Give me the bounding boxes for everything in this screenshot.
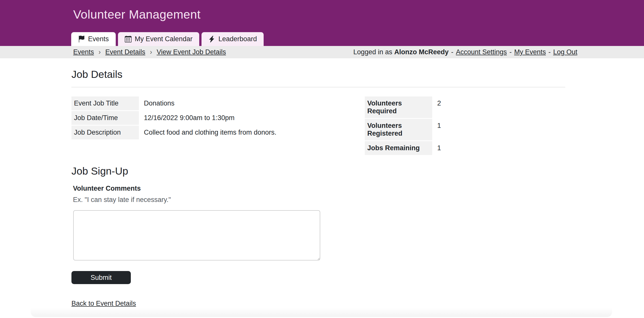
volunteer-comments-label: Volunteer Comments (73, 185, 565, 192)
job-details-table: Event Job Title Donations Job Date/Time … (71, 96, 348, 156)
calendar-icon (125, 36, 132, 42)
row-value: 1 (432, 119, 441, 140)
separator: - (509, 48, 512, 56)
row-label: Job Description (71, 126, 139, 139)
tab-events[interactable]: Events (71, 32, 116, 46)
breadcrumb-link-events[interactable]: Events (73, 48, 94, 56)
app-header: Volunteer Management Events My Event Cal… (0, 0, 644, 46)
job-details-heading: Job Details (71, 69, 565, 80)
logged-in-as-text: Logged in as (353, 48, 392, 56)
lightning-icon (208, 36, 215, 42)
my-events-link[interactable]: My Events (514, 48, 546, 56)
row-value: 1 (432, 141, 441, 155)
breadcrumb-link-view-event-job-details[interactable]: View Event Job Details (157, 48, 226, 56)
page: Volunteer Management Events My Event Cal… (0, 0, 644, 307)
row-value: Collect food and clothing items from don… (139, 126, 276, 139)
separator: - (548, 48, 551, 56)
breadcrumb-link-event-details[interactable]: Event Details (105, 48, 145, 56)
job-signup-heading: Job Sign-Up (71, 165, 565, 177)
divider (71, 87, 565, 87)
submit-button[interactable]: Submit (71, 271, 131, 284)
user-bar: Logged in as Alonzo McReedy - Account Se… (353, 48, 577, 56)
separator: - (451, 48, 453, 56)
table-row: Job Date/Time 12/16/2022 9:00am to 1:30p… (71, 111, 348, 125)
tab-label: Leaderboard (218, 35, 257, 43)
back-to-event-details-link[interactable]: Back to Event Details (71, 300, 136, 307)
table-row: Event Job Title Donations (71, 96, 348, 110)
row-label: Jobs Remaining (365, 141, 432, 155)
account-settings-link[interactable]: Account Settings (456, 48, 507, 56)
main-content: Job Details Event Job Title Donations Jo… (0, 69, 644, 307)
job-details-tables: Event Job Title Donations Job Date/Time … (71, 96, 565, 156)
flag-icon (78, 36, 85, 42)
volunteer-comments-hint: Ex. "I can stay late if necessary." (73, 196, 565, 204)
tab-label: My Event Calendar (135, 35, 193, 43)
table-row: Jobs Remaining 1 (365, 141, 565, 155)
username: Alonzo McReedy (394, 48, 449, 56)
tab-leaderboard[interactable]: Leaderboard (202, 32, 264, 46)
app-title: Volunteer Management (73, 8, 200, 21)
table-row: Volunteers Required 2 (365, 96, 565, 118)
breadcrumb: Events › Event Details › View Event Job … (73, 48, 226, 56)
row-label: Event Job Title (71, 96, 139, 110)
row-value: 12/16/2022 9:00am to 1:30pm (139, 111, 234, 125)
table-row: Job Description Collect food and clothin… (71, 126, 348, 139)
log-out-link[interactable]: Log Out (553, 48, 577, 56)
row-value: 2 (432, 96, 441, 118)
volunteer-stats-table: Volunteers Required 2 Volunteers Registe… (365, 96, 565, 156)
tab-label: Events (88, 35, 109, 43)
breadcrumb-bar: Events › Event Details › View Event Job … (0, 46, 644, 58)
row-value: Donations (139, 96, 175, 110)
volunteer-comments-input[interactable] (73, 210, 320, 260)
breadcrumb-separator-icon: › (99, 48, 101, 56)
breadcrumb-separator-icon: › (150, 48, 152, 56)
table-row: Volunteers Registered 1 (365, 119, 565, 140)
row-label: Volunteers Registered (365, 119, 432, 140)
tab-my-event-calendar[interactable]: My Event Calendar (118, 32, 199, 46)
content-card-bottom-shadow (31, 308, 612, 317)
row-label: Volunteers Required (365, 96, 432, 118)
row-label: Job Date/Time (71, 111, 139, 125)
tab-bar: Events My Event Calendar Leaderboard (71, 32, 264, 46)
